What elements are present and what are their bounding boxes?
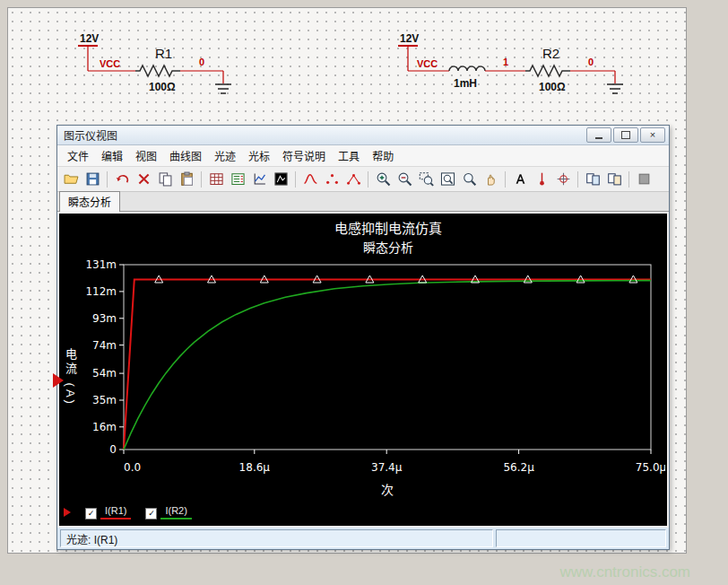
legend-checkbox[interactable]: ✓ (145, 508, 157, 520)
legend-entry-I(R2): ✓I(R2) (145, 505, 191, 520)
node0b-label: 0 (588, 57, 594, 67)
svg-text:112m: 112m (85, 285, 117, 298)
zoom-in-button[interactable] (373, 170, 393, 188)
graph-properties-button[interactable] (249, 170, 269, 188)
menu-cursor[interactable]: 光标 (242, 145, 276, 166)
graph-properties-icon (252, 171, 267, 187)
schematic-canvas[interactable]: 12V VCC R1 100Ω 0 12V (7, 7, 687, 554)
toolbar-separator (201, 171, 202, 188)
plot-svg[interactable]: 016m35m54m74m93m112m131m0.018.6µ37.4µ56.… (59, 258, 665, 500)
zoom-out-button[interactable] (394, 170, 414, 188)
undo-button[interactable] (112, 170, 132, 188)
zoom-select-button[interactable] (459, 170, 479, 188)
r1-resistor-symbol[interactable] (135, 65, 180, 76)
invert-colors-button[interactable] (271, 170, 290, 188)
y-axis-label: 电流 (A) (62, 348, 79, 406)
toggle-grid-button[interactable] (206, 170, 226, 188)
undo-icon (115, 171, 130, 187)
legend-checkbox[interactable]: ✓ (85, 508, 97, 520)
left-circuit[interactable]: 12V VCC R1 100Ω 0 (78, 32, 231, 93)
trace-points-button[interactable] (343, 170, 363, 188)
ground-symbol[interactable] (607, 84, 623, 93)
show-cursors-icon (556, 171, 571, 187)
desktop: 12V VCC R1 100Ω 0 12V (0, 0, 728, 585)
svg-text:37.4µ: 37.4µ (371, 461, 403, 474)
menu-trace[interactable]: 光迹 (208, 145, 242, 166)
add-text-button[interactable] (510, 170, 530, 188)
save-icon (85, 171, 100, 187)
legend: ✓I(R1)✓I(R2) (64, 505, 192, 520)
toggle-legend-button[interactable] (228, 170, 247, 188)
svg-text:0: 0 (109, 443, 117, 456)
toolbar-separator (107, 171, 108, 188)
pan-button[interactable] (481, 170, 500, 188)
measurement-probe-button[interactable] (532, 170, 551, 188)
trace-indicator-arrow-icon (53, 373, 64, 388)
selected-trace-arrow-icon (64, 508, 71, 517)
svg-text:0.0: 0.0 (124, 461, 141, 474)
copy-page-icon (607, 171, 622, 187)
zoom-in-icon (376, 171, 391, 187)
legend-label: I(R1) (100, 505, 131, 520)
grapher-window: 图示仪视图 × 文件编辑视图曲线图光迹光标符号说明工具帮助 瞬态分析 电感抑制电… (56, 125, 670, 550)
ground-symbol[interactable] (215, 84, 231, 93)
open-button[interactable] (61, 170, 81, 188)
circuit-schematic[interactable]: 12V VCC R1 100Ω 0 12V (8, 8, 686, 127)
show-trace-button[interactable] (300, 170, 320, 188)
measurement-probe-icon (534, 171, 550, 187)
paste-button[interactable] (177, 170, 196, 188)
copy-graph-button[interactable] (583, 170, 602, 188)
vcc2-voltage-label: 12V (400, 32, 419, 45)
copy-page-button[interactable] (604, 170, 624, 188)
toggle-grid-icon (209, 171, 224, 187)
zoom-area-button[interactable] (416, 170, 436, 188)
menu-view[interactable]: 视图 (129, 145, 163, 166)
menu-edit[interactable]: 编辑 (95, 145, 129, 166)
toolbar-separator (368, 171, 368, 188)
minimize-button[interactable] (586, 127, 611, 143)
vcc1-voltage-label: 12V (80, 32, 99, 45)
delete-button[interactable] (134, 170, 153, 188)
copy-button[interactable] (155, 170, 175, 188)
menu-file[interactable]: 文件 (61, 145, 95, 166)
r2-resistor-symbol[interactable] (525, 65, 570, 76)
vcc1-net-label: VCC (100, 58, 120, 69)
invert-colors-icon (273, 171, 289, 187)
save-button[interactable] (82, 170, 102, 188)
zoom-area-icon (419, 171, 434, 187)
trace-markers-button[interactable] (322, 170, 342, 188)
legend-entry-I(R1): ✓I(R1) (85, 505, 131, 520)
toolbar (57, 167, 669, 192)
zoom-full-button[interactable] (438, 170, 457, 188)
status-text: 光迹: I(R1) (60, 529, 493, 547)
svg-text:131m: 131m (85, 258, 117, 271)
zoom-out-icon (397, 171, 412, 187)
tab-transient-analysis[interactable]: 瞬态分析 (59, 191, 120, 212)
close-button[interactable]: × (640, 127, 665, 143)
tab-strip: 瞬态分析 (57, 192, 669, 212)
menu-graph[interactable]: 曲线图 (163, 145, 208, 166)
chart-area: 电感抑制电流仿真 瞬态分析 电流 (A) 016m35m54m74m93m112… (59, 214, 667, 526)
stop-button[interactable] (634, 170, 654, 188)
menu-legend[interactable]: 符号说明 (276, 145, 332, 166)
stop-icon (637, 171, 652, 187)
status-panel-right (496, 529, 666, 547)
maximize-button[interactable] (613, 127, 638, 143)
r1-ref-label: R1 (155, 46, 172, 61)
menu-tools[interactable]: 工具 (332, 145, 366, 166)
r2-value-label: 100Ω (539, 81, 566, 93)
zoom-select-icon (462, 171, 477, 187)
right-circuit[interactable]: 12V VCC 1mH 1 R2 100Ω 0 (398, 32, 623, 93)
show-cursors-button[interactable] (553, 170, 573, 188)
show-trace-icon (303, 171, 318, 187)
chart-title: 电感抑制电流仿真 (59, 214, 667, 237)
r1-value-label: 100Ω (149, 81, 176, 93)
toolbar-separator (505, 171, 506, 188)
pan-icon (483, 171, 498, 187)
title-bar[interactable]: 图示仪视图 × (57, 126, 669, 145)
menu-help[interactable]: 帮助 (366, 145, 400, 166)
paste-icon (179, 171, 195, 187)
l1-inductor-symbol[interactable] (449, 66, 485, 71)
delete-icon (136, 171, 152, 187)
legend-label: I(R2) (160, 505, 191, 520)
